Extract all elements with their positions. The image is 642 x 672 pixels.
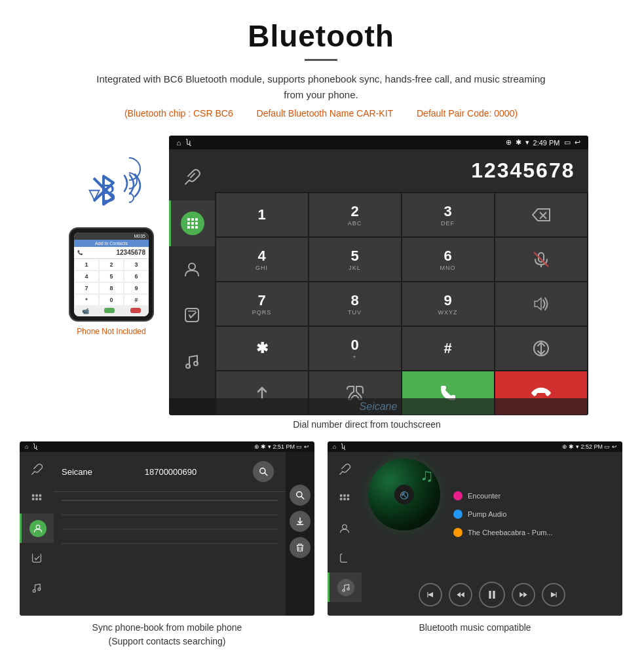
sidebar-recent-icon[interactable] [169, 292, 215, 338]
page-specs: (Bluetooth chip : CSR BC6 Default Blueto… [26, 108, 616, 119]
music-prev-btn[interactable] [419, 583, 442, 607]
dial-swap[interactable] [495, 327, 587, 370]
music-sidebar [328, 452, 362, 616]
phone-dial-7[interactable]: 7 [74, 282, 99, 294]
dial-volume[interactable] [495, 282, 587, 326]
phone-dial-6[interactable]: 6 [124, 271, 149, 282]
phone-dial-8[interactable]: 8 [99, 282, 124, 294]
mus-location-icon: ⊕ [562, 443, 567, 450]
svg-rect-3 [187, 222, 190, 225]
mus-back-icon[interactable]: ↩ [612, 443, 617, 450]
signal-waves [118, 172, 144, 211]
svg-rect-8 [195, 226, 198, 229]
pb-back-icon[interactable]: ↩ [304, 443, 309, 450]
dial-4[interactable]: 4GHI [216, 238, 308, 281]
pb-trash-btn[interactable] [290, 537, 311, 558]
track-1: Encounter [453, 489, 609, 502]
svg-rect-20 [32, 494, 35, 496]
back-icon[interactable]: ↩ [575, 138, 580, 147]
mus-sidebar-link[interactable] [328, 455, 362, 484]
svg-marker-18 [535, 298, 541, 310]
phone-dial-9[interactable]: 9 [124, 282, 149, 294]
track-1-dot [453, 491, 463, 500]
svg-point-11 [186, 364, 190, 368]
page-title: Bluetooth [26, 18, 616, 54]
music-next-btn[interactable] [542, 583, 565, 607]
pb-sidebar-dialpad[interactable] [20, 484, 54, 513]
dial-7[interactable]: 7PQRS [216, 282, 308, 326]
svg-point-27 [33, 589, 35, 592]
dial-backspace[interactable] [495, 193, 587, 236]
status-right: ⊕ ✱ ▾ 2:49 PM ▭ ↩ [506, 138, 580, 147]
pb-contact-number: 18700000690 [145, 467, 197, 477]
bt-music-icon: ⎋ [400, 487, 408, 502]
sidebar-music-icon[interactable] [169, 338, 215, 384]
sidebar-dialpad-icon[interactable] [169, 200, 215, 246]
pb-sidebar-link[interactable] [20, 455, 54, 484]
status-time: 2:49 PM [533, 139, 560, 147]
music-disc-container: ⎋ ♫ [368, 458, 440, 531]
dial-0[interactable]: 0+ [309, 327, 401, 370]
phone-call-btn[interactable] [104, 308, 115, 313]
music-forward-btn[interactable] [512, 583, 535, 607]
svg-marker-49 [519, 592, 523, 597]
dial-star[interactable]: ✱ [216, 327, 308, 370]
phonebook-screen: ⌂ ʯ ⊕ ✱ ▾ 2:51 PM ▭ ↩ [20, 441, 314, 616]
pb-dialpad-svg [31, 493, 43, 505]
svg-rect-47 [489, 591, 491, 599]
dial-5[interactable]: 5JKL [309, 238, 401, 281]
mus-sidebar-contact[interactable] [328, 513, 362, 543]
home-icon[interactable]: ⌂ [177, 139, 181, 147]
dial-1[interactable]: 1 [216, 193, 308, 236]
trash-icon [295, 543, 305, 552]
dial-mute[interactable] [495, 238, 587, 281]
pb-music-svg [31, 582, 43, 593]
phone-dial-star[interactable]: * [74, 294, 99, 306]
usb-icon: ʯ [186, 138, 191, 147]
mus-sidebar-dialpad[interactable] [328, 484, 362, 513]
pb-sidebar-contact[interactable] [20, 513, 54, 543]
pb-sidebar-music[interactable] [20, 572, 54, 602]
dialer-grid: 1 2ABC 3DEF 4GHI 5JKL [215, 192, 588, 415]
phone-screen: M035 Add to Contacts 📞 12345678 1 2 3 4 … [74, 233, 149, 316]
music-pause-btn[interactable] [479, 582, 505, 608]
dial-3[interactable]: 3DEF [402, 193, 494, 236]
phone-dial-hash[interactable]: # [124, 294, 149, 306]
svg-point-28 [38, 588, 41, 590]
sidebar-link-icon[interactable] [169, 155, 215, 200]
svg-rect-37 [340, 498, 343, 500]
phone-not-included: Phone Not Included [77, 327, 145, 336]
pb-search-btn[interactable] [253, 461, 274, 482]
phone-dial-4[interactable]: 4 [74, 271, 99, 282]
pb-sidebar-recent[interactable] [20, 543, 54, 572]
phone-dial-2[interactable]: 2 [99, 259, 124, 271]
sidebar-contact-icon[interactable] [169, 246, 215, 292]
pb-bt-icon: ✱ [261, 443, 266, 450]
mus-sidebar-recent[interactable] [328, 543, 362, 572]
dial-9[interactable]: 9WXYZ [402, 282, 494, 326]
svg-marker-45 [457, 592, 461, 597]
phone-dial-3[interactable]: 3 [124, 259, 149, 271]
dial-6[interactable]: 6MNO [402, 238, 494, 281]
svg-marker-46 [461, 592, 464, 597]
pb-download-btn[interactable] [290, 511, 311, 532]
pb-search-btn-right[interactable] [290, 485, 311, 506]
music-rewind-btn[interactable] [449, 583, 472, 607]
next-icon [549, 590, 558, 599]
phone-dial-0[interactable]: 0 [99, 294, 124, 306]
forward-icon [519, 590, 528, 599]
dial-8[interactable]: 8TUV [309, 282, 401, 326]
mus-time: 2:52 PM [580, 443, 603, 450]
phone-dial-5[interactable]: 5 [99, 271, 124, 282]
pb-battery-icon: ▭ [296, 443, 302, 450]
phone-screen-header: M035 [74, 233, 149, 240]
dial-2[interactable]: 2ABC [309, 193, 401, 236]
mus-recent-svg [339, 552, 350, 564]
phone-hangup-btn[interactable] [130, 308, 141, 313]
phonebook-content: Seicane 18700000690 [20, 452, 314, 616]
music-controls [362, 576, 622, 616]
dial-hash[interactable]: # [402, 327, 494, 370]
mus-sidebar-music[interactable] [328, 572, 362, 602]
phone-dial-1[interactable]: 1 [74, 259, 99, 271]
svg-marker-43 [428, 592, 433, 597]
